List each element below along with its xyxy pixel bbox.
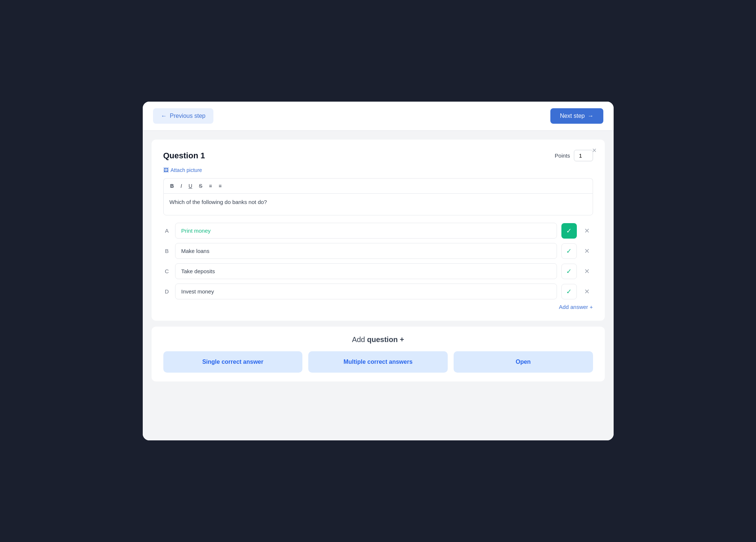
next-step-button[interactable]: Next step → <box>550 108 603 124</box>
add-question-bold: question + <box>367 335 404 344</box>
answer-row-b: B ✓ ✕ <box>163 243 593 259</box>
add-question-title: Add question + <box>163 335 593 344</box>
delete-answer-b[interactable]: ✕ <box>581 245 593 257</box>
answer-letter-a: A <box>163 228 171 234</box>
add-answer-container: Add answer + <box>163 304 593 310</box>
add-question-card: Add question + Single correct answer Mul… <box>152 327 605 381</box>
add-answer-button[interactable]: Add answer + <box>559 304 593 310</box>
add-question-prefix: Add <box>352 335 367 344</box>
next-step-label: Next step <box>560 113 585 119</box>
answer-input-b[interactable] <box>175 243 557 259</box>
correct-check-a[interactable]: ✓ <box>561 223 577 239</box>
delete-answer-d[interactable]: ✕ <box>581 286 593 298</box>
image-icon: 🖼 <box>163 167 168 173</box>
answer-letter-b: B <box>163 248 171 254</box>
answer-row-a: A ✓ ✕ <box>163 223 593 239</box>
question-type-buttons: Single correct answer Multiple correct a… <box>163 351 593 373</box>
bold-button[interactable]: B <box>168 182 176 190</box>
question-header: Question 1 Points <box>163 150 593 161</box>
main-window: ← Previous step Next step → × Question 1… <box>143 102 614 440</box>
close-button[interactable]: × <box>592 146 597 155</box>
correct-check-c[interactable]: ✓ <box>561 264 577 279</box>
answer-input-a[interactable] <box>175 223 557 239</box>
answer-letter-c: C <box>163 268 171 274</box>
correct-check-b[interactable]: ✓ <box>561 243 577 259</box>
answer-row-c: C ✓ ✕ <box>163 263 593 279</box>
points-input[interactable] <box>574 150 593 161</box>
points-group: Points <box>555 150 593 161</box>
arrow-left-icon: ← <box>161 113 167 119</box>
arrow-right-icon: → <box>588 113 594 119</box>
delete-answer-c[interactable]: ✕ <box>581 265 593 277</box>
previous-step-button[interactable]: ← Previous step <box>153 108 214 124</box>
question-card: × Question 1 Points 🖼 Attach picture B I… <box>152 140 605 321</box>
answer-input-c[interactable] <box>175 263 557 279</box>
correct-check-d[interactable]: ✓ <box>561 284 577 299</box>
italic-button[interactable]: I <box>178 182 184 190</box>
multiple-correct-answers-button[interactable]: Multiple correct answers <box>308 351 448 373</box>
delete-answer-a[interactable]: ✕ <box>581 225 593 237</box>
question-text: Which of the following do banks not do? <box>170 199 267 205</box>
attach-picture-label: Attach picture <box>171 167 202 173</box>
strikethrough-button[interactable]: S <box>197 182 205 190</box>
question-editor[interactable]: Which of the following do banks not do? <box>163 193 593 215</box>
answer-input-d[interactable] <box>175 284 557 299</box>
question-title: Question 1 <box>163 151 205 161</box>
underline-button[interactable]: U <box>187 182 195 190</box>
attach-picture-button[interactable]: 🖼 Attach picture <box>163 167 593 173</box>
ordered-list-button[interactable]: ≡ <box>207 182 214 190</box>
main-content: × Question 1 Points 🖼 Attach picture B I… <box>143 131 614 440</box>
unordered-list-button[interactable]: ≡ <box>216 182 224 190</box>
top-bar: ← Previous step Next step → <box>143 102 614 131</box>
previous-step-label: Previous step <box>170 113 206 119</box>
open-button[interactable]: Open <box>454 351 593 373</box>
text-toolbar: B I U S ≡ ≡ <box>163 178 593 193</box>
points-label: Points <box>555 152 570 159</box>
single-correct-answer-button[interactable]: Single correct answer <box>163 351 303 373</box>
answer-letter-d: D <box>163 288 171 295</box>
answer-row-d: D ✓ ✕ <box>163 284 593 299</box>
